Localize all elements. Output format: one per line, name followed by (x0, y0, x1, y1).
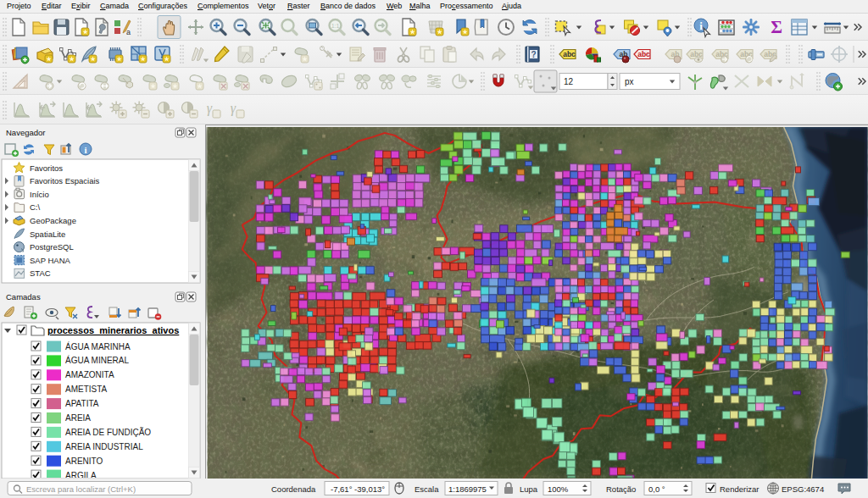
svg-text:C:\: C:\ (30, 202, 41, 212)
svg-text:12: 12 (564, 77, 574, 86)
svg-text:AMAZONITA: AMAZONITA (65, 370, 114, 379)
svg-text:PostgreSQL: PostgreSQL (30, 242, 74, 252)
svg-text:Escreva para localizar (Ctrl+K: Escreva para localizar (Ctrl+K) (26, 484, 136, 494)
svg-text:ARENITO: ARENITO (65, 456, 103, 466)
svg-text:AREIA DE FUNDIÇÃO: AREIA DE FUNDIÇÃO (65, 427, 151, 437)
svg-text:100%: 100% (548, 484, 569, 494)
svg-text:i: i (84, 145, 86, 155)
svg-text:ARGILA: ARGILA (65, 471, 97, 479)
svg-text:AREIA: AREIA (65, 413, 91, 423)
svg-text:AREIA INDUSTRIAL: AREIA INDUSTRIAL (65, 442, 143, 451)
svg-text:1:1869975: 1:1869975 (448, 484, 487, 494)
svg-text:ÁGUA MARINHA: ÁGUA MARINHA (65, 341, 131, 351)
svg-text:1:1: 1:1 (331, 23, 340, 29)
svg-text:γ: γ (207, 101, 213, 116)
svg-text:ÁGUA MINERAL: ÁGUA MINERAL (65, 355, 129, 365)
svg-text:Coordenada: Coordenada (271, 484, 316, 494)
svg-text:processos_minerarios_ativos: processos_minerarios_ativos (47, 325, 179, 335)
svg-text:Navegador: Navegador (6, 128, 45, 137)
svg-text:AMETISTA: AMETISTA (65, 385, 108, 394)
svg-text:Escala: Escala (415, 484, 439, 494)
svg-text:Início: Início (30, 190, 49, 199)
svg-text:Favoritos: Favoritos (30, 163, 63, 173)
svg-text:Favoritos Espaciais: Favoritos Espaciais (30, 176, 100, 185)
svg-text:SpatiaLite: SpatiaLite (30, 230, 65, 239)
svg-text:Lupa: Lupa (520, 484, 538, 494)
svg-text:px: px (625, 77, 634, 86)
svg-text:APATITA: APATITA (65, 399, 99, 408)
svg-text:a: a (126, 28, 131, 36)
svg-text:STAC: STAC (30, 268, 51, 278)
svg-text:SAP HANA: SAP HANA (30, 256, 71, 265)
svg-text:GeoPackage: GeoPackage (30, 216, 76, 225)
svg-text:γ: γ (231, 101, 236, 116)
svg-text:abc: abc (563, 50, 576, 58)
svg-text:Σ: Σ (771, 17, 782, 37)
svg-text:?: ? (531, 50, 536, 59)
svg-text:-7,61° -39,013°: -7,61° -39,013° (331, 484, 385, 494)
svg-text:Camadas: Camadas (6, 292, 41, 302)
svg-text:Renderizar: Renderizar (720, 484, 759, 494)
svg-text:0,0 °: 0,0 ° (648, 484, 665, 494)
svg-text:abc: abc (637, 50, 650, 58)
svg-text:EPSG:4674: EPSG:4674 (782, 484, 824, 494)
svg-text:Rotação: Rotação (606, 484, 636, 494)
svg-text:i: i (699, 19, 703, 32)
